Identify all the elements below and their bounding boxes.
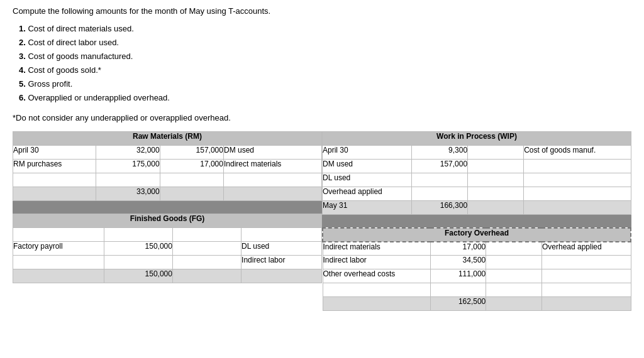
table-row: Indirect labor (13, 255, 322, 269)
spacer (323, 214, 631, 219)
wip-row3-right-val (468, 173, 524, 187)
fo-total-left-val: 162,500 (430, 297, 486, 311)
fo-row2-right-val (486, 256, 542, 269)
wip-row5-left-label: May 31 (323, 200, 412, 214)
fo-row1-left-label: Indirect materials (323, 242, 430, 256)
rm-total-left-val: 33,000 (96, 187, 160, 200)
raw-materials-header: Raw Materials (RM) (13, 131, 322, 145)
factory-overhead-header: Factory Overhead (323, 228, 631, 242)
rm-row2-right-val: 17,000 (160, 159, 223, 173)
wip-row4-left-val (412, 187, 468, 200)
fg-row2-left-label: Factory payroll (13, 241, 104, 255)
fg-row3-left-label (13, 255, 104, 269)
wip-row2-left-val: 157,000 (412, 159, 468, 173)
table-row (13, 227, 322, 241)
rm-row3-left-val (96, 173, 160, 187)
fo-row3-left-val: 111,000 (430, 269, 486, 283)
fo-row4-left-label (323, 283, 430, 297)
wip-row2-left-label: DM used (323, 159, 412, 173)
wip-row2-right-val (468, 159, 524, 173)
table-row: 162,500 (323, 297, 631, 311)
wip-row5-left-val: 166,300 (412, 200, 468, 214)
numbered-list: 1. Cost of direct materials used. 2. Cos… (19, 22, 631, 106)
wip-row3-left-label: DL used (323, 173, 412, 187)
wip-table: Work in Process (WIP) April 30 9,300 Cos… (322, 131, 631, 220)
rm-row1-left-val: 32,000 (96, 145, 160, 159)
fg-row1-right-label (242, 227, 322, 241)
fg-row2-right-label: DL used (242, 241, 322, 255)
wip-row1-right-val (468, 145, 524, 159)
table-row: Other overhead costs 111,000 (323, 269, 631, 283)
finished-goods-table: Finished Goods (FG) Factory payroll 150,… (13, 214, 322, 283)
fg-row2-left-val: 150,000 (104, 241, 172, 255)
table-row (323, 283, 631, 297)
fg-row3-left-val (104, 255, 172, 269)
fg-row2-right-val (172, 241, 241, 255)
wip-row1-right-label: Cost of goods manuf. (524, 145, 631, 159)
fo-row1-right-val (486, 242, 542, 256)
rm-row1-right-val: 157,000 (160, 145, 223, 159)
table-row: RM purchases 175,000 17,000 Indirect mat… (13, 159, 322, 173)
table-row: Indirect materials 17,000 Overhead appli… (323, 242, 631, 256)
rm-row1-right-label: DM used (223, 145, 321, 159)
spacer (13, 200, 322, 205)
wip-header: Work in Process (WIP) (323, 131, 631, 145)
fo-row4-right-label (541, 283, 631, 297)
rm-row2-left-val: 175,000 (96, 159, 160, 173)
fo-row4-left-val (430, 283, 486, 297)
footnote: *Do not consider any underapplied or ove… (13, 113, 631, 122)
fo-row4-right-val (486, 283, 542, 297)
fg-total-left-label (13, 269, 104, 283)
wip-row3-left-val (412, 173, 468, 187)
fo-total-right-label (541, 297, 631, 311)
fg-total-right-val (172, 269, 241, 283)
table-row: 150,000 (13, 269, 322, 283)
fg-total-right-label (242, 269, 322, 283)
rm-total-right-val (160, 187, 223, 200)
table-row: 33,000 (13, 187, 322, 200)
table-row: Indirect labor 34,500 (323, 256, 631, 269)
table-row: Overhead applied (323, 187, 631, 200)
wip-row4-left-label: Overhead applied (323, 187, 412, 200)
factory-overhead-table: Factory Overhead Indirect materials 17,0… (322, 227, 631, 312)
fo-row3-right-label (541, 269, 631, 283)
wip-row2-right-label (524, 159, 631, 173)
raw-materials-table: Raw Materials (RM) April 30 32,000 157,0… (13, 131, 322, 206)
fo-row2-right-label (541, 256, 631, 269)
fo-row1-right-label: Overhead applied (541, 242, 631, 256)
wip-row3-right-label (524, 173, 631, 187)
table-row: Factory payroll 150,000 DL used (13, 241, 322, 255)
fo-row1-left-val: 17,000 (430, 242, 486, 256)
table-row (13, 173, 322, 187)
table-row: April 30 32,000 157,000 DM used (13, 145, 322, 159)
rm-total-right-label (223, 187, 321, 200)
fg-row1-left-val (104, 227, 172, 241)
rm-row3-right-val (160, 173, 223, 187)
fo-total-right-val (486, 297, 542, 311)
t-accounts-container: Raw Materials (RM) April 30 32,000 157,0… (13, 131, 631, 312)
rm-row3-right-label (223, 173, 321, 187)
wip-row4-right-val (468, 187, 524, 200)
rm-row1-left-label: April 30 (13, 145, 96, 159)
finished-goods-header: Finished Goods (FG) (13, 214, 322, 227)
table-row: May 31 166,300 (323, 200, 631, 214)
wip-row5-right-label (524, 200, 631, 214)
fo-row3-left-label: Other overhead costs (323, 269, 430, 283)
table-row: DL used (323, 173, 631, 187)
fg-row3-right-label: Indirect labor (242, 255, 322, 269)
table-row: DM used 157,000 (323, 159, 631, 173)
wip-row1-left-val: 9,300 (412, 145, 468, 159)
fo-total-left-label (323, 297, 430, 311)
fg-total-left-val: 150,000 (104, 269, 172, 283)
rm-row2-left-label: RM purchases (13, 159, 96, 173)
rm-total-left-label (13, 187, 96, 200)
fo-row3-right-val (486, 269, 542, 283)
fg-row1-right-val (172, 227, 241, 241)
rm-row2-right-label: Indirect materials (223, 159, 321, 173)
intro-text: Compute the following amounts for the mo… (13, 6, 631, 16)
wip-row4-right-label (524, 187, 631, 200)
fo-row2-left-val: 34,500 (430, 256, 486, 269)
fg-row3-right-val (172, 255, 241, 269)
fo-row2-left-label: Indirect labor (323, 256, 430, 269)
table-row: April 30 9,300 Cost of goods manuf. (323, 145, 631, 159)
